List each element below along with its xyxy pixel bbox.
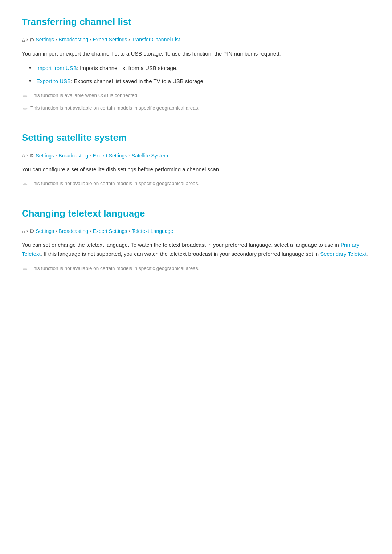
arrow-tl3: › — [128, 227, 130, 235]
teletext-body-part-2: . If this language is not supported, you… — [41, 251, 320, 257]
arrow-s2: › — [90, 152, 91, 159]
import-usb-text: : Imports channel list from a USB storag… — [77, 65, 178, 71]
note-text-teletext-0: This function is not available on certai… — [30, 264, 199, 272]
breadcrumb-transfer: ⌂ › ⚙ Settings › Broadcasting › Expert S… — [22, 36, 370, 44]
breadcrumb-satellite-system[interactable]: Satellite System — [132, 152, 168, 160]
gear-icon: ⚙ — [29, 36, 34, 44]
note-text-transfer-0: This function is available when USB is c… — [30, 91, 139, 99]
breadcrumb-broadcasting-tl[interactable]: Broadcasting — [58, 227, 88, 235]
breadcrumb-satellite: ⌂ › ⚙ Settings › Broadcasting › Expert S… — [22, 151, 370, 160]
arrow-s3: › — [128, 152, 130, 159]
note-transfer-1: ✏ This function is not available on cert… — [22, 104, 370, 113]
note-satellite-0: ✏ This function is not available on cert… — [22, 180, 370, 188]
arrow-tl0: › — [26, 227, 28, 235]
section-satellite-system: Setting satellite system ⌂ › ⚙ Settings … — [22, 130, 370, 189]
home-icon: ⌂ — [22, 36, 25, 44]
note-text-transfer-1: This function is not available on certai… — [30, 104, 199, 112]
pencil-icon-tl0: ✏ — [23, 265, 28, 273]
home-icon-s: ⌂ — [22, 151, 25, 160]
breadcrumb-settings-0[interactable]: Settings — [36, 36, 54, 44]
list-item-export: Export to USB: Exports channel list save… — [29, 77, 370, 86]
gear-icon-tl: ⚙ — [29, 227, 34, 235]
home-icon-tl: ⌂ — [22, 227, 25, 235]
body-text-teletext: You can set or change the teletext langu… — [22, 241, 370, 259]
breadcrumb-expert-tl[interactable]: Expert Settings — [93, 227, 127, 235]
note-teletext-0: ✏ This function is not available on cert… — [22, 264, 370, 273]
note-transfer-0: ✏ This function is available when USB is… — [22, 91, 370, 100]
gear-icon-s: ⚙ — [29, 151, 34, 160]
arrow-tl2: › — [90, 227, 91, 235]
note-text-satellite-0: This function is not available on certai… — [30, 180, 199, 188]
body-text-satellite: You can configure a set of satellite dis… — [22, 165, 370, 174]
breadcrumb-settings-s[interactable]: Settings — [36, 152, 54, 160]
body-text-transfer: You can import or export the channel lis… — [22, 49, 370, 58]
arrow-icon-0: › — [26, 36, 28, 44]
section-title-satellite: Setting satellite system — [22, 130, 370, 145]
pencil-icon-t0: ✏ — [23, 92, 28, 100]
arrow-s0: › — [26, 152, 28, 159]
teletext-body-part-0: You can set or change the teletext langu… — [22, 242, 340, 248]
breadcrumb-expert-settings-0[interactable]: Expert Settings — [93, 36, 127, 44]
breadcrumb-broadcasting-s[interactable]: Broadcasting — [58, 152, 88, 160]
export-usb-link[interactable]: Export to USB — [36, 78, 71, 84]
arrow-icon-1: › — [56, 36, 57, 44]
breadcrumb-teletext: ⌂ › ⚙ Settings › Broadcasting › Expert S… — [22, 227, 370, 235]
secondary-teletext-link[interactable]: Secondary Teletext — [320, 251, 366, 257]
breadcrumb-broadcasting-0[interactable]: Broadcasting — [58, 36, 88, 44]
section-title-transfer: Transferring channel list — [22, 15, 370, 30]
arrow-s1: › — [56, 152, 57, 159]
arrow-icon-3: › — [128, 36, 130, 44]
pencil-icon-t1: ✏ — [23, 105, 28, 113]
teletext-body-part-4: . — [367, 251, 368, 257]
breadcrumb-settings-tl[interactable]: Settings — [36, 227, 54, 235]
breadcrumb-expert-s[interactable]: Expert Settings — [93, 152, 127, 160]
breadcrumb-teletext-language[interactable]: Teletext Language — [132, 227, 173, 235]
section-teletext-language: Changing teletext language ⌂ › ⚙ Setting… — [22, 206, 370, 273]
pencil-icon-s0: ✏ — [23, 180, 28, 188]
bullet-list-transfer: Import from USB: Imports channel list fr… — [22, 64, 370, 86]
breadcrumb-transfer-channel-list[interactable]: Transfer Channel List — [132, 36, 180, 44]
list-item-import: Import from USB: Imports channel list fr… — [29, 64, 370, 73]
arrow-tl1: › — [56, 227, 57, 235]
section-title-teletext: Changing teletext language — [22, 206, 370, 221]
export-usb-text: : Exports channel list saved in the TV t… — [71, 78, 205, 84]
arrow-icon-2: › — [90, 36, 91, 44]
section-transfer-channel-list: Transferring channel list ⌂ › ⚙ Settings… — [22, 15, 370, 113]
import-usb-link[interactable]: Import from USB — [36, 65, 77, 71]
